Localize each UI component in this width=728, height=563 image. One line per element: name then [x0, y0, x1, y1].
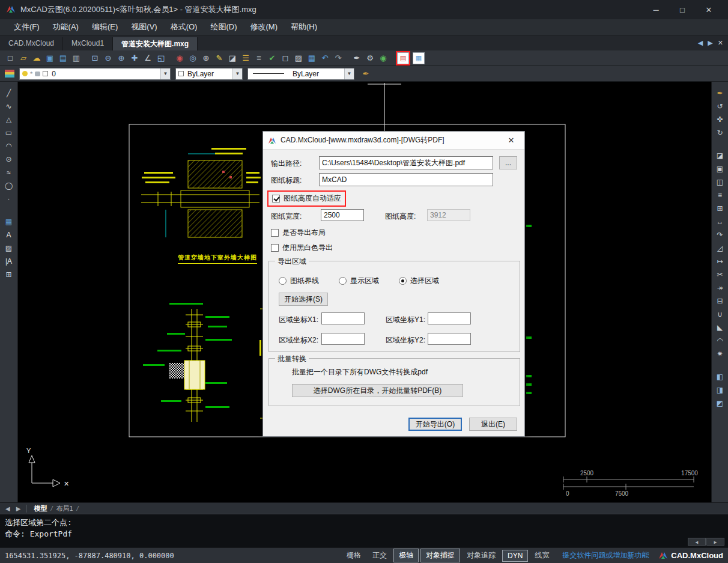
save-icon[interactable]: ▣: [44, 52, 56, 64]
explode-icon[interactable]: ✷: [714, 348, 726, 360]
status-toggle-osnap[interactable]: 对象捕捉: [420, 549, 460, 562]
copy-icon[interactable]: ▣: [714, 163, 726, 175]
export-layout-checkbox[interactable]: [271, 229, 279, 237]
doc-tab-mxcloud1[interactable]: MxCloud1: [63, 37, 113, 50]
status-toggle-grid[interactable]: 栅格: [342, 549, 366, 562]
cloud-open-icon[interactable]: ☁: [31, 52, 43, 64]
feedback-link[interactable]: 提交软件问题或增加新功能: [562, 550, 649, 561]
stretch-icon[interactable]: ↦: [714, 255, 726, 267]
menu-view[interactable]: 视图(V): [124, 19, 163, 35]
select-area-radio[interactable]: [399, 277, 407, 285]
region-y1-input[interactable]: [428, 312, 471, 324]
line-icon[interactable]: ╱: [3, 87, 15, 99]
color-dropdown-icon[interactable]: ▼: [232, 68, 242, 79]
menu-function[interactable]: 功能(A): [46, 19, 85, 35]
ellipse-icon[interactable]: ◯: [3, 180, 15, 192]
linetype-icon[interactable]: ≡: [253, 52, 265, 64]
pdf-export-icon[interactable]: ▤: [397, 52, 409, 64]
insert-image-icon[interactable]: ▦: [3, 216, 15, 228]
group-copy-icon[interactable]: ◩: [714, 397, 726, 409]
auto-height-checkbox[interactable]: [272, 195, 280, 202]
match-properties-icon[interactable]: ✒: [714, 87, 726, 99]
save-as-icon[interactable]: ▤: [57, 52, 69, 64]
hatch-icon[interactable]: ▨: [293, 52, 305, 64]
tab-scroll-left-icon[interactable]: ◀: [698, 39, 703, 47]
start-select-button[interactable]: 开始选择(S): [279, 293, 328, 306]
zoom-in-icon[interactable]: ⊕: [115, 52, 127, 64]
redo-icon[interactable]: ↷: [332, 52, 344, 64]
vertical-text-icon[interactable]: |A: [3, 255, 15, 267]
move-view-icon[interactable]: ✜: [714, 114, 726, 126]
fillet-icon[interactable]: ◠: [714, 335, 726, 347]
layers-icon[interactable]: ☰: [240, 52, 252, 64]
tab-close-icon[interactable]: ✕: [718, 39, 723, 47]
erase-object-icon[interactable]: ◪: [714, 150, 726, 162]
zoom-window-icon[interactable]: ⊡: [89, 52, 101, 64]
tab-layout1[interactable]: 布局1: [52, 504, 76, 513]
tab-model[interactable]: 模型: [30, 504, 50, 513]
text-icon[interactable]: A: [3, 229, 15, 241]
dialog-close-button[interactable]: ✕: [503, 136, 520, 145]
menu-edit[interactable]: 编辑(E): [85, 19, 124, 35]
hatch-fill-icon[interactable]: ▨: [3, 242, 15, 254]
layout-tab-next-icon[interactable]: ▶: [13, 505, 24, 512]
scale-icon[interactable]: ◿: [714, 242, 726, 254]
display-area-radio[interactable]: [339, 277, 347, 285]
command-line-panel[interactable]: 选择区域第二个点: 命令: ExportPdf ◀ ▶: [0, 514, 728, 547]
new-file-icon[interactable]: □: [4, 52, 16, 64]
rectangle-icon[interactable]: ▭: [3, 127, 15, 139]
region-y2-input[interactable]: [428, 333, 471, 345]
exit-button[interactable]: 退出(E): [469, 418, 517, 431]
status-toggle-lineweight[interactable]: 线宽: [530, 549, 554, 562]
color-select[interactable]: ByLayer ▼: [175, 68, 243, 80]
edit-ok-icon[interactable]: ✔: [266, 52, 278, 64]
stamp-icon[interactable]: ✒: [351, 52, 363, 64]
region-x2-input[interactable]: [321, 333, 365, 345]
bw-export-checkbox[interactable]: [271, 244, 279, 252]
region-x1-input[interactable]: [321, 312, 365, 324]
doc-tab-active-drawing[interactable]: 管道安装大样图.mxg: [113, 37, 198, 50]
open-file-icon[interactable]: ▱: [17, 52, 29, 64]
zoom-extents-icon[interactable]: ◱: [155, 52, 167, 64]
undo-icon[interactable]: ↶: [319, 52, 331, 64]
sheet-extents-radio[interactable]: [279, 277, 287, 285]
table-icon[interactable]: ⊞: [3, 269, 15, 281]
rotate-view-icon[interactable]: ↻: [714, 127, 726, 139]
dialog-titlebar[interactable]: CAD.MxCloud-[www.mxdraw3d.com]-[DWG转PDF]…: [263, 132, 524, 150]
linetype-dropdown-icon[interactable]: ▼: [344, 68, 354, 79]
menu-modify[interactable]: 修改(M): [243, 19, 284, 35]
move-icon[interactable]: ↔: [714, 216, 726, 228]
osnap-target-icon[interactable]: ⊕: [200, 52, 212, 64]
output-path-input[interactable]: [319, 156, 493, 169]
orbit-icon[interactable]: ↺: [714, 100, 726, 112]
pencil-icon[interactable]: ✎: [213, 52, 225, 64]
menu-help[interactable]: 帮助(H): [284, 19, 324, 35]
sheet-title-input[interactable]: [319, 173, 493, 186]
minimize-button[interactable]: ─: [643, 5, 669, 14]
options-gear-icon[interactable]: ⚙: [364, 52, 376, 64]
image-export-icon[interactable]: ▦: [413, 52, 425, 64]
layer-dropdown-icon[interactable]: ▼: [160, 68, 170, 79]
zoom-realtime-icon[interactable]: ◎: [187, 52, 199, 64]
trim-icon[interactable]: ✂: [714, 269, 726, 281]
polygon-icon[interactable]: △: [3, 114, 15, 126]
measure-angle-icon[interactable]: ∠: [142, 52, 154, 64]
circle-icon[interactable]: ⊙: [3, 153, 15, 165]
layer-manager-icon[interactable]: [5, 70, 14, 78]
extend-icon[interactable]: ↠: [714, 282, 726, 294]
print-icon[interactable]: ▥: [70, 52, 82, 64]
match-paint-icon[interactable]: ✒: [360, 68, 372, 80]
erase-icon[interactable]: ◪: [226, 52, 238, 64]
offset-icon[interactable]: ≡: [714, 189, 726, 201]
status-toggle-otrack[interactable]: 对象追踪: [462, 549, 500, 562]
select-box-icon[interactable]: ◻: [279, 52, 291, 64]
layout-tab-prev-icon[interactable]: ◀: [2, 505, 13, 512]
rotate-icon[interactable]: ↷: [714, 229, 726, 241]
revision-cloud-icon[interactable]: ≈: [3, 166, 15, 178]
close-button[interactable]: ✕: [696, 5, 722, 14]
zoom-previous-icon[interactable]: ◉: [174, 52, 186, 64]
arc-icon[interactable]: ◠: [3, 140, 15, 152]
layer-copy-icon[interactable]: ◧: [714, 371, 726, 383]
array-icon[interactable]: ⊞: [714, 202, 726, 215]
mirror-icon[interactable]: ◫: [714, 176, 726, 188]
